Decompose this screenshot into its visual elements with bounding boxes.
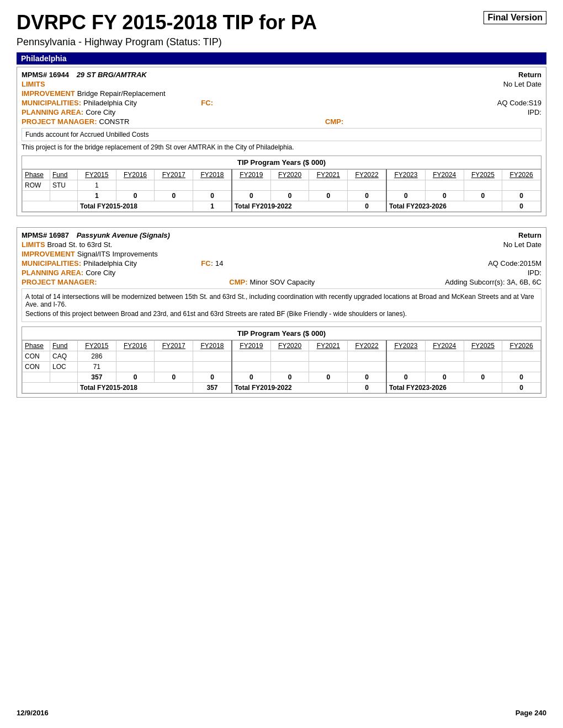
cmp-label-2: CMP: [229,278,247,286]
t2-col-fy2021: FY2021 [309,341,348,351]
planning-area-value-2: Core City [86,269,115,277]
project-id-line-2: MPMS# 16987 Passyunk Avenue (Signals) Re… [22,231,541,239]
pm-label-1: PROJECT MANAGER: [22,117,97,126]
no-let-date-1: No Let Date [503,80,541,88]
limits-label-1: LIMITS [22,80,45,88]
planning-area-line-1: PLANNING AREA: Core City IPD: [22,108,541,116]
t2-col-fy2024: FY2024 [425,341,464,351]
improvement-value-2: Signal/ITS Improvements [77,250,158,258]
fc-label-1: FC: [201,99,213,107]
project-id-line-1: MPMS# 16944 29 ST BRG/AMTRAK Return [22,71,541,79]
subtitle: Pennsylvania - Highway Program (Status: … [17,36,546,48]
col-header-phase: Phase [23,170,50,180]
cmp-label-1: CMP: [325,117,343,126]
planning-area-label-1: PLANNING AREA: [22,108,83,116]
subtotal-row-2: 357 0 0 0 0 0 0 0 0 0 0 0 [23,372,541,383]
planning-area-value-1: Core City [86,108,115,116]
tip-table-1: TIP Program Years ($ 000) Phase Fund FY2… [22,156,541,212]
mpms-id-1: MPMS# 16944 [22,71,69,79]
project-name-2: Passyunk Avenue (Signals) [77,231,170,239]
aq-code-1: AQ Code:S19 [497,99,541,107]
improvement-label-2: IMPROVEMENT [22,250,75,258]
planning-area-label-2: PLANNING AREA: [22,269,83,277]
total-row-2: Total FY2015-2018 357 Total FY2019-2022 … [23,383,541,393]
col-fy2016: FY2016 [116,170,155,180]
limits-label-2: LIMITS [22,240,45,249]
tip-data-table-2: Phase Fund FY2015 FY2016 FY2017 FY2018 F… [22,340,541,393]
col-fy2020: FY2020 [270,170,309,180]
municipalities-value-2: Philadelphia City [83,259,137,267]
version-label: Final Version [484,11,546,24]
t2-col-fy2016: FY2016 [116,341,155,351]
t2-col-fy2026: FY2026 [502,341,541,351]
no-let-date-2: No Let Date [503,240,541,249]
description-2a: A total of 14 intersections will be mode… [25,293,538,308]
page-footer: 12/9/2016 Page 240 [17,709,546,717]
tip-data-table-1: Phase Fund FY2015 FY2016 FY2017 FY2018 F… [22,169,541,212]
municipalities-label-2: MUNICIPALITIES: [22,259,81,267]
col-fy2026: FY2026 [502,170,541,180]
footer-date: 12/9/2016 [17,709,49,717]
t2-col-fy2018: FY2018 [193,341,232,351]
col-header-fund: Fund [50,170,78,180]
municipalities-line-2: MUNICIPALITIES: Philadelphia City FC: 14… [22,259,541,267]
project-block-1: MPMS# 16944 29 ST BRG/AMTRAK Return LIMI… [17,67,546,216]
fc-label-2: FC: [201,259,213,267]
description-1: This project is for the bridge replaceme… [22,143,541,151]
ipd-2: IPD: [528,269,541,277]
col-fy2021: FY2021 [309,170,348,180]
improvement-line-2: IMPROVEMENT Signal/ITS Improvements [22,250,541,258]
pm-cmp-line-2: PROJECT MANAGER: CMP: Minor SOV Capacity… [22,278,541,286]
tip-table-title-1: TIP Program Years ($ 000) [22,156,541,169]
return-label-2: Return [518,231,541,239]
col-fy2015: FY2015 [78,170,116,180]
fc-value-2: 14 [215,259,223,267]
adding-subcorr-2: Adding Subcorr(s): 3A, 6B, 6C [445,278,541,286]
section-header: Philadelphia [17,52,546,65]
col-fy2025: FY2025 [464,170,502,180]
description-2b: Sections of this project between Broad a… [25,310,538,318]
limits-value-2: Broad St. to 63rd St. [47,240,113,249]
ipd-1: IPD: [528,108,541,116]
tip-table-2: TIP Program Years ($ 000) Phase Fund FY2… [22,326,541,394]
cmp-value-2: Minor SOV Capacity [250,278,315,286]
data-row: ROW STU 1 [23,180,541,191]
subtotal-row-1: 1 0 0 0 0 0 0 0 0 0 0 0 [23,191,541,201]
improvement-label-1: IMPROVEMENT [22,89,75,98]
total-row-1: Total FY2015-2018 1 Total FY2019-2022 0 … [23,201,541,212]
col-fy2024: FY2024 [425,170,464,180]
pm-value-1: CONSTR [99,117,130,126]
improvement-value-1: Bridge Repair/Replacement [77,89,166,98]
t2-col-fy2017: FY2017 [155,341,193,351]
limits-line-1: LIMITS No Let Date [22,80,541,88]
t2-col-fy2020: FY2020 [270,341,309,351]
col-fy2017: FY2017 [155,170,193,180]
t2-col-fy2022: FY2022 [348,341,386,351]
improvement-line-1: IMPROVEMENT Bridge Repair/Replacement [22,89,541,98]
pm-cmp-line-1: PROJECT MANAGER: CONSTR CMP: [22,117,541,126]
municipalities-value-1: Philadelphia City [83,99,137,107]
project-name-1: 29 ST BRG/AMTRAK [77,71,147,79]
project-block-2: MPMS# 16987 Passyunk Avenue (Signals) Re… [17,227,546,398]
municipalities-line-1: MUNICIPALITIES: Philadelphia City FC: AQ… [22,99,541,107]
main-title: DVRPC FY 2015-2018 TIP for PA [17,11,317,34]
data-row-2a: CON CAQ 286 [23,351,541,362]
pm-label-2: PROJECT MANAGER: [22,278,97,286]
tip-table-title-2: TIP Program Years ($ 000) [22,327,541,340]
col-fy2023: FY2023 [386,170,425,180]
funds-note-1: Funds account for Accrued Unbilled Costs [22,128,541,141]
t2-col-fy2025: FY2025 [464,341,502,351]
municipalities-label-1: MUNICIPALITIES: [22,99,81,107]
mpms-id-2: MPMS# 16987 [22,231,69,239]
t2-col-fy2023: FY2023 [386,341,425,351]
planning-area-line-2: PLANNING AREA: Core City IPD: [22,269,541,277]
col-fy2019: FY2019 [232,170,270,180]
col-fy2018: FY2018 [193,170,232,180]
t2-col-fy2015: FY2015 [78,341,116,351]
data-row-2b: CON LOC 71 [23,362,541,372]
description-box-2: A total of 14 intersections will be mode… [22,288,541,322]
t2-col-fy2019: FY2019 [232,341,270,351]
page-header: DVRPC FY 2015-2018 TIP for PA Final Vers… [17,11,546,34]
return-label-1: Return [518,71,541,79]
aq-code-2: AQ Code:2015M [488,259,541,267]
